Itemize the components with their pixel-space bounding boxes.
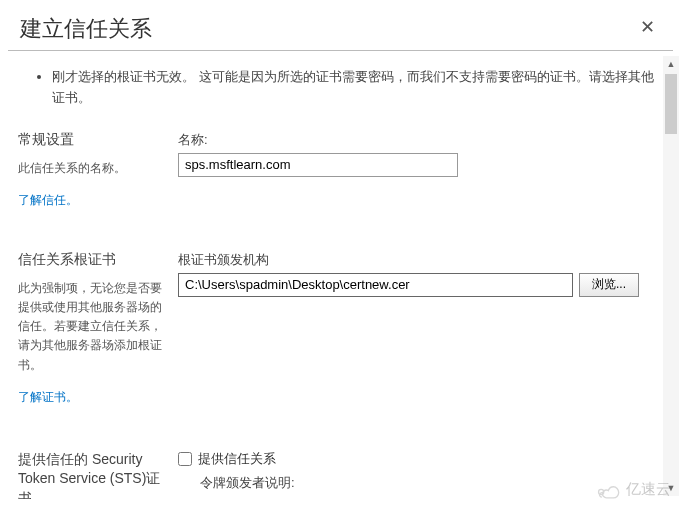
rootcert-title: 信任关系根证书 (18, 251, 164, 269)
warning-bullet: 刚才选择的根证书无效。 这可能是因为所选的证书需要密码，而我们不支持需要密码的证… (52, 67, 663, 109)
rootcert-desc: 此为强制项，无论您是否要提供或使用其他服务器场的信任。若要建立信任关系，请为其他… (18, 279, 164, 375)
content-area: 刚才选择的根证书无效。 这可能是因为所选的证书需要密码，而我们不支持需要密码的证… (0, 51, 681, 499)
general-title: 常规设置 (18, 131, 164, 149)
close-icon[interactable]: ✕ (634, 14, 661, 40)
section-sts: 提供信任的 Security Token Service (STS)证书 此步骤… (18, 450, 663, 499)
section-rootcert: 信任关系根证书 此为强制项，无论您是否要提供或使用其他服务器场的信任。若要建立信… (18, 251, 663, 406)
sts-title: 提供信任的 Security Token Service (STS)证书 (18, 450, 164, 499)
learn-cert-link[interactable]: 了解证书。 (18, 389, 78, 406)
provide-trust-checkbox[interactable] (178, 452, 192, 466)
token-issuer-label: 令牌颁发者说明: (200, 474, 639, 492)
dialog-title: 建立信任关系 (20, 14, 152, 44)
section-general: 常规设置 此信任关系的名称。 了解信任。 名称: (18, 131, 663, 209)
name-label: 名称: (178, 131, 639, 149)
cert-path-input[interactable] (178, 273, 573, 297)
provide-trust-label: 提供信任关系 (198, 450, 276, 468)
name-input[interactable] (178, 153, 458, 177)
general-desc: 此信任关系的名称。 (18, 159, 164, 178)
browse-button[interactable]: 浏览... (579, 273, 639, 297)
learn-trust-link[interactable]: 了解信任。 (18, 192, 78, 209)
rootcert-label: 根证书颁发机构 (178, 251, 639, 269)
